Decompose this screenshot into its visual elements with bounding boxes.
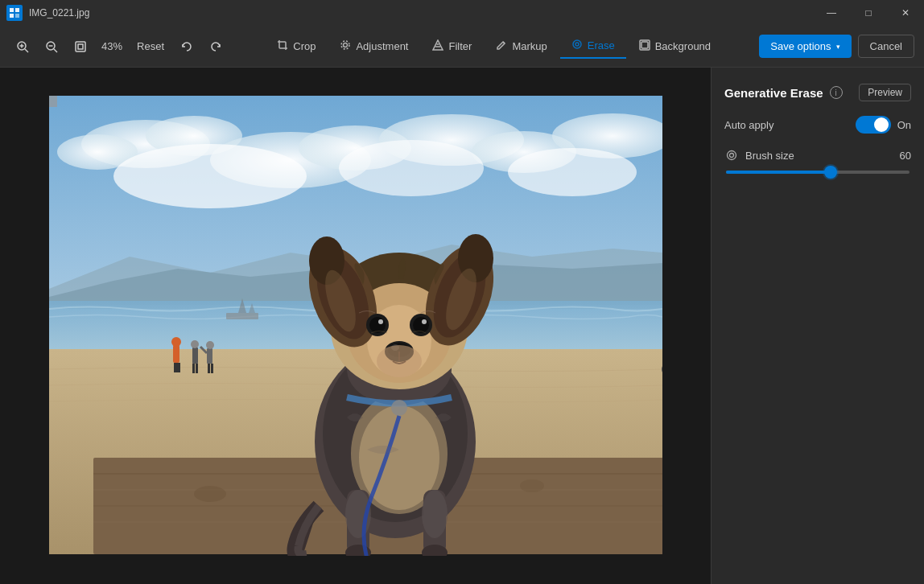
window-title: IMG_0221.jpg: [29, 7, 813, 19]
maximize-button[interactable]: □: [850, 0, 887, 26]
nav-background-label: Background: [655, 40, 711, 52]
nav-crop[interactable]: Crop: [266, 35, 327, 58]
svg-point-92: [413, 317, 429, 333]
save-options-button[interactable]: Save options ▾: [759, 35, 851, 58]
svg-rect-12: [78, 44, 83, 49]
redo-button[interactable]: [203, 34, 229, 60]
svg-rect-49: [177, 363, 180, 372]
svg-rect-57: [208, 364, 210, 373]
brush-size-label: Brush size: [745, 150, 794, 162]
svg-point-33: [339, 140, 484, 196]
image-container: [49, 96, 662, 556]
nav-erase-label: Erase: [588, 39, 615, 51]
info-icon[interactable]: i: [830, 86, 843, 99]
toolbar-left: 43% Reset: [10, 34, 229, 60]
svg-rect-101: [49, 96, 57, 107]
brush-icon: [724, 148, 739, 162]
svg-point-75: [422, 490, 448, 538]
nav-adjustment[interactable]: Adjustment: [328, 35, 419, 58]
title-bar: IMG_0221.jpg — □ ✕: [0, 0, 924, 26]
nav-filter-label: Filter: [448, 40, 472, 52]
slider-thumb[interactable]: [824, 166, 837, 179]
svg-point-91: [369, 317, 386, 333]
background-icon: [639, 39, 650, 53]
svg-rect-50: [192, 348, 198, 364]
filter-icon: [432, 39, 443, 53]
fit-view-button[interactable]: [68, 34, 93, 60]
slider-track: [726, 171, 910, 174]
undo-button[interactable]: [174, 34, 200, 60]
image-area[interactable]: [0, 68, 711, 584]
auto-apply-label: Auto apply: [724, 119, 773, 131]
app-icon: [6, 5, 23, 21]
slider-container: [724, 171, 911, 174]
zoom-in-button[interactable]: [10, 34, 35, 60]
preview-button[interactable]: Preview: [859, 84, 911, 101]
svg-rect-22: [641, 42, 648, 48]
svg-rect-3: [15, 14, 19, 18]
svg-point-19: [573, 40, 581, 48]
svg-rect-2: [10, 14, 14, 18]
svg-rect-52: [192, 364, 195, 373]
panel-title: Generative Erase: [724, 86, 823, 100]
svg-point-32: [113, 144, 307, 208]
nav-background[interactable]: Background: [628, 35, 722, 58]
main-content: Generative Erase i Preview Auto apply On: [0, 68, 924, 584]
chevron-down-icon: ▾: [836, 43, 840, 51]
svg-point-102: [728, 151, 736, 160]
svg-point-47: [171, 337, 181, 347]
save-options-label: Save options: [770, 40, 831, 52]
nav-erase[interactable]: Erase: [560, 34, 626, 59]
minimize-button[interactable]: —: [813, 0, 850, 26]
toggle-on-label: On: [897, 119, 911, 131]
svg-rect-53: [196, 364, 198, 373]
nav-adjustment-label: Adjustment: [356, 40, 408, 52]
window-controls: — □ ✕: [813, 0, 924, 26]
svg-point-14: [344, 43, 348, 47]
right-panel: Generative Erase i Preview Auto apply On: [711, 68, 924, 584]
svg-rect-11: [76, 42, 85, 51]
svg-line-5: [25, 49, 28, 52]
svg-line-18: [503, 42, 505, 43]
svg-point-94: [422, 319, 427, 324]
crop-icon: [277, 39, 288, 53]
panel-header: Generative Erase i Preview: [724, 84, 911, 101]
markup-icon: [496, 39, 507, 53]
svg-point-55: [206, 341, 214, 349]
brush-size-row: Brush size 60: [724, 148, 911, 162]
svg-rect-58: [211, 364, 213, 373]
svg-rect-46: [173, 345, 179, 363]
slider-fill: [726, 171, 831, 174]
svg-point-44: [194, 486, 226, 502]
photo-canvas: [49, 96, 662, 556]
erase-icon: [571, 39, 583, 52]
svg-point-34: [508, 148, 637, 196]
cancel-button[interactable]: Cancel: [858, 35, 914, 58]
brush-size-value: 60: [900, 150, 911, 162]
zoom-out-button[interactable]: [39, 34, 64, 60]
adjustment-icon: [340, 39, 351, 53]
nav-markup[interactable]: Markup: [485, 35, 558, 58]
svg-marker-15: [433, 40, 443, 50]
svg-point-13: [341, 41, 349, 49]
nav-filter[interactable]: Filter: [421, 35, 483, 58]
toggle-knob: [874, 117, 889, 132]
svg-rect-63: [226, 313, 258, 319]
svg-rect-54: [207, 348, 212, 364]
zoom-level: 43%: [97, 40, 127, 52]
close-button[interactable]: ✕: [887, 0, 924, 26]
toggle-row: On: [856, 116, 911, 134]
brush-label-group: Brush size: [724, 148, 794, 162]
toolbar: 43% Reset Crop: [0, 26, 924, 68]
svg-rect-48: [174, 363, 177, 372]
nav-markup-label: Markup: [512, 40, 547, 52]
auto-apply-toggle[interactable]: [856, 116, 891, 134]
reset-button[interactable]: Reset: [130, 34, 171, 60]
svg-rect-0: [10, 8, 14, 12]
svg-point-103: [730, 154, 734, 158]
svg-point-100: [391, 400, 407, 416]
svg-point-20: [575, 43, 579, 46]
svg-point-93: [378, 319, 383, 324]
auto-apply-row: Auto apply On: [724, 116, 911, 134]
svg-line-9: [54, 49, 57, 52]
